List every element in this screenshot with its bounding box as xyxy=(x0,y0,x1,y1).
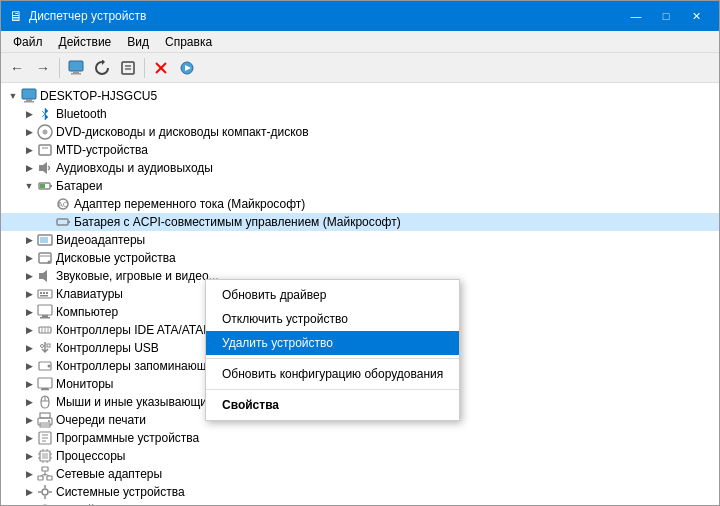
kbd-icon xyxy=(37,286,53,302)
list-item[interactable]: ▶ Батарея с ACPI-совместимым управлением… xyxy=(1,213,719,231)
bluetooth-icon xyxy=(37,106,53,122)
list-item[interactable]: ▶ Сетевые адаптеры xyxy=(1,465,719,483)
toolbar-uninstall-button[interactable] xyxy=(149,56,173,80)
svg-rect-35 xyxy=(46,292,48,294)
ctx-disable-device[interactable]: Отключить устройство xyxy=(206,307,459,331)
net-expand[interactable]: ▶ xyxy=(21,466,37,482)
toolbar-forward-button[interactable]: → xyxy=(31,56,55,80)
menu-help[interactable]: Справка xyxy=(157,33,220,51)
svg-rect-16 xyxy=(39,145,51,155)
toolbar-properties-button[interactable] xyxy=(116,56,140,80)
video-icon xyxy=(37,232,53,248)
sys-expand[interactable]: ▶ xyxy=(21,484,37,500)
hid-expand[interactable]: ▶ xyxy=(21,502,37,505)
toolbar: ← → xyxy=(1,53,719,83)
list-item[interactable]: ▶ Видеоадаптеры xyxy=(1,231,719,249)
svg-point-77 xyxy=(42,489,48,495)
disk-expand[interactable]: ▶ xyxy=(21,250,37,266)
svg-rect-73 xyxy=(47,476,52,480)
ctx-uninstall-device[interactable]: Удалить устройство xyxy=(206,331,459,355)
svg-rect-32 xyxy=(38,290,52,298)
svg-point-47 xyxy=(48,365,51,368)
title-bar: 🖥 Диспетчер устройств — □ ✕ xyxy=(1,1,719,31)
window-title: Диспетчер устройств xyxy=(29,9,146,23)
root-label: DESKTOP-HJSGCU5 xyxy=(40,89,157,103)
svg-text:AC: AC xyxy=(57,200,68,209)
proc-expand[interactable]: ▶ xyxy=(21,448,37,464)
print-expand[interactable]: ▶ xyxy=(21,412,37,428)
usb-label: Контроллеры USB xyxy=(56,341,159,355)
svg-marker-18 xyxy=(39,162,47,174)
ide-label: Контроллеры IDE ATA/ATAPI... xyxy=(56,323,225,337)
list-item[interactable]: ▶ Программные устройства xyxy=(1,429,719,447)
audio-label: Аудиовходы и аудиовыходы xyxy=(56,161,213,175)
comp-expand[interactable]: ▶ xyxy=(21,304,37,320)
bluetooth-expand[interactable]: ▶ xyxy=(21,106,37,122)
list-item[interactable]: ▶ Bluetooth xyxy=(1,105,719,123)
root-expand-icon[interactable]: ▼ xyxy=(5,88,21,104)
proc-label: Процессоры xyxy=(56,449,126,463)
mtd-expand[interactable]: ▶ xyxy=(21,142,37,158)
ctx-scan-hardware[interactable]: Обновить конфигурацию оборудования xyxy=(206,362,459,386)
batteries-expand[interactable]: ▼ xyxy=(21,178,37,194)
usb-icon xyxy=(37,340,53,356)
list-item[interactable]: ▶ Дисковые устройства xyxy=(1,249,719,267)
toolbar-computer-button[interactable] xyxy=(64,56,88,80)
video-expand[interactable]: ▶ xyxy=(21,232,37,248)
monitors-expand[interactable]: ▶ xyxy=(21,376,37,392)
svg-rect-12 xyxy=(24,101,34,103)
close-button[interactable]: ✕ xyxy=(681,6,711,26)
computer-icon xyxy=(21,88,37,104)
storage-expand[interactable]: ▶ xyxy=(21,358,37,374)
menu-view[interactable]: Вид xyxy=(119,33,157,51)
mtd-label: MTD-устройства xyxy=(56,143,148,157)
list-item[interactable]: ▼ Батареи xyxy=(1,177,719,195)
list-item[interactable]: ▶ Устройства HID (Human Interface Device… xyxy=(1,501,719,505)
list-item[interactable]: ▶ MTD-устройства xyxy=(1,141,719,159)
mice-icon xyxy=(37,394,53,410)
svg-rect-20 xyxy=(50,185,52,187)
svg-point-15 xyxy=(44,131,46,133)
batteries-label: Батареи xyxy=(56,179,102,193)
toolbar-scan-button[interactable] xyxy=(175,56,199,80)
adapter-icon: AC xyxy=(55,196,71,212)
mice-expand[interactable]: ▶ xyxy=(21,394,37,410)
audio-icon xyxy=(37,160,53,176)
tree-root[interactable]: ▼ DESKTOP-HJSGCU5 xyxy=(1,87,719,105)
list-item[interactable]: ▶ Системные устройства xyxy=(1,483,719,501)
toolbar-separator-2 xyxy=(144,58,145,78)
proc-icon xyxy=(37,448,53,464)
kbd-expand[interactable]: ▶ xyxy=(21,286,37,302)
minimize-button[interactable]: — xyxy=(621,6,651,26)
sound-expand[interactable]: ▶ xyxy=(21,268,37,284)
list-item[interactable]: ▶ AC Адаптер переменного тока (Майкрософ… xyxy=(1,195,719,213)
bluetooth-label: Bluetooth xyxy=(56,107,107,121)
svg-point-29 xyxy=(48,261,51,264)
list-item[interactable]: ▶ Процессоры xyxy=(1,447,719,465)
svg-rect-11 xyxy=(26,99,32,101)
ide-expand[interactable]: ▶ xyxy=(21,322,37,338)
ctx-properties[interactable]: Свойства xyxy=(206,393,459,417)
maximize-button[interactable]: □ xyxy=(651,6,681,26)
device-manager-window: 🖥 Диспетчер устройств — □ ✕ Файл Действи… xyxy=(0,0,720,506)
audio-expand[interactable]: ▶ xyxy=(21,160,37,176)
ctx-update-driver[interactable]: Обновить драйвер xyxy=(206,283,459,307)
battery-acpi-label: Батарея с ACPI-совместимым управлением (… xyxy=(74,215,401,229)
sw-expand[interactable]: ▶ xyxy=(21,430,37,446)
hid-label: Устройства HID (Human Interface Devices) xyxy=(56,503,289,505)
menu-file[interactable]: Файл xyxy=(5,33,51,51)
dvd-expand[interactable]: ▶ xyxy=(21,124,37,140)
menu-action[interactable]: Действие xyxy=(51,33,120,51)
svg-rect-53 xyxy=(40,413,50,418)
list-item[interactable]: ▶ DVD-дисководы и дисководы компакт-диск… xyxy=(1,123,719,141)
toolbar-back-button[interactable]: ← xyxy=(5,56,29,80)
toolbar-refresh-button[interactable] xyxy=(90,56,114,80)
usb-expand[interactable]: ▶ xyxy=(21,340,37,356)
net-icon xyxy=(37,466,53,482)
title-bar-left: 🖥 Диспетчер устройств xyxy=(9,8,146,24)
svg-rect-71 xyxy=(42,467,48,471)
svg-rect-72 xyxy=(38,476,43,480)
list-item[interactable]: ▶ Аудиовходы и аудиовыходы xyxy=(1,159,719,177)
svg-rect-37 xyxy=(38,305,52,315)
hid-icon xyxy=(37,502,53,505)
